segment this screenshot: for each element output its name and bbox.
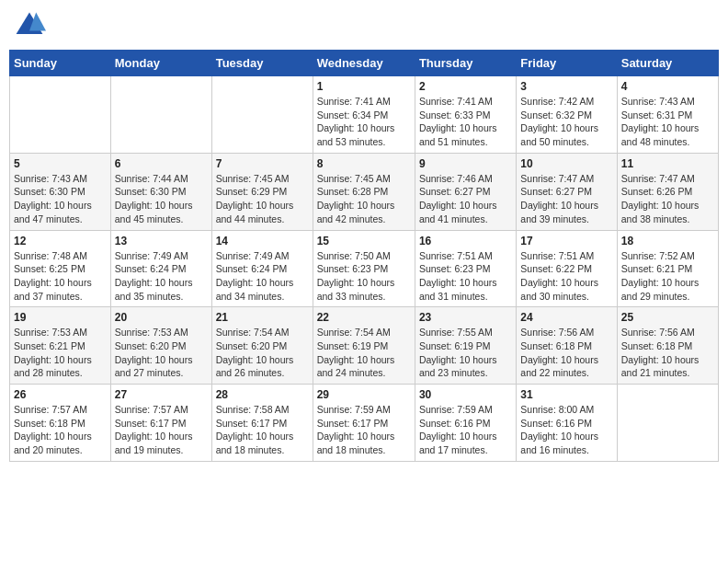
day-number: 21 bbox=[216, 311, 309, 324]
day-info: Sunrise: 7:53 AM Sunset: 6:21 PM Dayligh… bbox=[14, 326, 107, 380]
calendar-cell: 2Sunrise: 7:41 AM Sunset: 6:33 PM Daylig… bbox=[415, 76, 516, 154]
calendar-cell: 22Sunrise: 7:54 AM Sunset: 6:19 PM Dayli… bbox=[313, 307, 415, 385]
day-info: Sunrise: 8:00 AM Sunset: 6:16 PM Dayligh… bbox=[520, 403, 612, 457]
calendar-cell: 18Sunrise: 7:52 AM Sunset: 6:21 PM Dayli… bbox=[617, 230, 718, 307]
calendar-cell bbox=[110, 76, 211, 154]
calendar-cell: 19Sunrise: 7:53 AM Sunset: 6:21 PM Dayli… bbox=[10, 307, 111, 385]
day-number: 5 bbox=[14, 157, 107, 170]
day-info: Sunrise: 7:58 AM Sunset: 6:17 PM Dayligh… bbox=[216, 403, 309, 457]
day-info: Sunrise: 7:59 AM Sunset: 6:16 PM Dayligh… bbox=[419, 403, 512, 457]
logo-icon bbox=[13, 9, 46, 42]
calendar-cell: 3Sunrise: 7:42 AM Sunset: 6:32 PM Daylig… bbox=[517, 76, 617, 154]
day-info: Sunrise: 7:51 AM Sunset: 6:23 PM Dayligh… bbox=[419, 249, 512, 304]
calendar-cell bbox=[617, 385, 718, 462]
day-number: 9 bbox=[419, 157, 512, 170]
day-info: Sunrise: 7:45 AM Sunset: 6:29 PM Dayligh… bbox=[216, 172, 309, 226]
calendar-cell: 13Sunrise: 7:49 AM Sunset: 6:24 PM Dayli… bbox=[110, 230, 211, 307]
day-number: 25 bbox=[621, 311, 714, 324]
calendar-week-row: 19Sunrise: 7:53 AM Sunset: 6:21 PM Dayli… bbox=[10, 307, 719, 385]
day-info: Sunrise: 7:49 AM Sunset: 6:24 PM Dayligh… bbox=[115, 249, 208, 304]
day-number: 16 bbox=[419, 235, 512, 247]
calendar-cell: 6Sunrise: 7:44 AM Sunset: 6:30 PM Daylig… bbox=[110, 153, 211, 230]
day-info: Sunrise: 7:55 AM Sunset: 6:19 PM Dayligh… bbox=[419, 326, 512, 380]
calendar-cell: 12Sunrise: 7:48 AM Sunset: 6:25 PM Dayli… bbox=[10, 230, 111, 307]
day-info: Sunrise: 7:47 AM Sunset: 6:26 PM Dayligh… bbox=[621, 172, 714, 226]
day-info: Sunrise: 7:57 AM Sunset: 6:17 PM Dayligh… bbox=[115, 403, 208, 457]
calendar-cell: 21Sunrise: 7:54 AM Sunset: 6:20 PM Dayli… bbox=[211, 307, 313, 385]
calendar-cell: 27Sunrise: 7:57 AM Sunset: 6:17 PM Dayli… bbox=[110, 385, 211, 462]
calendar-cell: 1Sunrise: 7:41 AM Sunset: 6:34 PM Daylig… bbox=[313, 76, 415, 154]
day-number: 24 bbox=[520, 311, 612, 324]
calendar-cell: 4Sunrise: 7:43 AM Sunset: 6:31 PM Daylig… bbox=[617, 76, 718, 154]
calendar-cell: 7Sunrise: 7:45 AM Sunset: 6:29 PM Daylig… bbox=[211, 153, 313, 230]
calendar-cell: 14Sunrise: 7:49 AM Sunset: 6:24 PM Dayli… bbox=[211, 230, 313, 307]
day-number: 20 bbox=[115, 311, 208, 324]
day-number: 2 bbox=[419, 80, 512, 93]
day-number: 12 bbox=[14, 235, 107, 247]
day-header-sunday: Sunday bbox=[10, 51, 111, 76]
calendar-week-row: 12Sunrise: 7:48 AM Sunset: 6:25 PM Dayli… bbox=[10, 230, 719, 307]
day-number: 4 bbox=[621, 80, 714, 93]
day-number: 1 bbox=[317, 80, 411, 93]
day-number: 31 bbox=[520, 388, 612, 401]
page-header bbox=[9, 9, 719, 42]
day-number: 28 bbox=[216, 388, 309, 401]
day-number: 26 bbox=[14, 388, 107, 401]
day-info: Sunrise: 7:43 AM Sunset: 6:30 PM Dayligh… bbox=[14, 172, 107, 226]
calendar-cell: 10Sunrise: 7:47 AM Sunset: 6:27 PM Dayli… bbox=[517, 153, 617, 230]
calendar-cell: 30Sunrise: 7:59 AM Sunset: 6:16 PM Dayli… bbox=[415, 385, 516, 462]
calendar-week-row: 26Sunrise: 7:57 AM Sunset: 6:18 PM Dayli… bbox=[10, 385, 719, 462]
day-info: Sunrise: 7:54 AM Sunset: 6:19 PM Dayligh… bbox=[317, 326, 411, 380]
day-number: 7 bbox=[216, 157, 309, 170]
calendar-cell: 9Sunrise: 7:46 AM Sunset: 6:27 PM Daylig… bbox=[415, 153, 516, 230]
calendar-cell: 16Sunrise: 7:51 AM Sunset: 6:23 PM Dayli… bbox=[415, 230, 516, 307]
day-info: Sunrise: 7:59 AM Sunset: 6:17 PM Dayligh… bbox=[317, 403, 411, 457]
day-info: Sunrise: 7:50 AM Sunset: 6:23 PM Dayligh… bbox=[317, 249, 411, 304]
day-info: Sunrise: 7:56 AM Sunset: 6:18 PM Dayligh… bbox=[621, 326, 714, 380]
calendar-cell bbox=[211, 76, 313, 154]
day-number: 30 bbox=[419, 388, 512, 401]
day-number: 15 bbox=[317, 235, 411, 247]
calendar-cell: 29Sunrise: 7:59 AM Sunset: 6:17 PM Dayli… bbox=[313, 385, 415, 462]
calendar-cell: 17Sunrise: 7:51 AM Sunset: 6:22 PM Dayli… bbox=[517, 230, 617, 307]
day-number: 3 bbox=[520, 80, 612, 93]
day-info: Sunrise: 7:48 AM Sunset: 6:25 PM Dayligh… bbox=[14, 249, 107, 304]
calendar-cell: 5Sunrise: 7:43 AM Sunset: 6:30 PM Daylig… bbox=[10, 153, 111, 230]
calendar-cell: 8Sunrise: 7:45 AM Sunset: 6:28 PM Daylig… bbox=[313, 153, 415, 230]
calendar-cell: 31Sunrise: 8:00 AM Sunset: 6:16 PM Dayli… bbox=[517, 385, 617, 462]
day-header-friday: Friday bbox=[517, 51, 617, 76]
day-info: Sunrise: 7:41 AM Sunset: 6:33 PM Dayligh… bbox=[419, 95, 512, 149]
logo bbox=[13, 9, 50, 42]
day-header-saturday: Saturday bbox=[617, 51, 718, 76]
calendar-cell: 20Sunrise: 7:53 AM Sunset: 6:20 PM Dayli… bbox=[110, 307, 211, 385]
calendar-cell: 25Sunrise: 7:56 AM Sunset: 6:18 PM Dayli… bbox=[617, 307, 718, 385]
day-info: Sunrise: 7:53 AM Sunset: 6:20 PM Dayligh… bbox=[115, 326, 208, 380]
day-info: Sunrise: 7:57 AM Sunset: 6:18 PM Dayligh… bbox=[14, 403, 107, 457]
day-number: 19 bbox=[14, 311, 107, 324]
day-number: 8 bbox=[317, 157, 411, 170]
day-info: Sunrise: 7:42 AM Sunset: 6:32 PM Dayligh… bbox=[520, 95, 612, 149]
day-info: Sunrise: 7:52 AM Sunset: 6:21 PM Dayligh… bbox=[621, 249, 714, 304]
day-info: Sunrise: 7:56 AM Sunset: 6:18 PM Dayligh… bbox=[520, 326, 612, 380]
day-info: Sunrise: 7:43 AM Sunset: 6:31 PM Dayligh… bbox=[621, 95, 714, 149]
day-header-wednesday: Wednesday bbox=[313, 51, 415, 76]
day-header-tuesday: Tuesday bbox=[211, 51, 313, 76]
day-info: Sunrise: 7:45 AM Sunset: 6:28 PM Dayligh… bbox=[317, 172, 411, 226]
day-info: Sunrise: 7:46 AM Sunset: 6:27 PM Dayligh… bbox=[419, 172, 512, 226]
calendar-cell: 24Sunrise: 7:56 AM Sunset: 6:18 PM Dayli… bbox=[517, 307, 617, 385]
day-header-monday: Monday bbox=[110, 51, 211, 76]
calendar-cell: 28Sunrise: 7:58 AM Sunset: 6:17 PM Dayli… bbox=[211, 385, 313, 462]
calendar-cell: 11Sunrise: 7:47 AM Sunset: 6:26 PM Dayli… bbox=[617, 153, 718, 230]
day-number: 27 bbox=[115, 388, 208, 401]
day-info: Sunrise: 7:49 AM Sunset: 6:24 PM Dayligh… bbox=[216, 249, 309, 304]
calendar-week-row: 5Sunrise: 7:43 AM Sunset: 6:30 PM Daylig… bbox=[10, 153, 719, 230]
calendar-week-row: 1Sunrise: 7:41 AM Sunset: 6:34 PM Daylig… bbox=[10, 76, 719, 154]
day-info: Sunrise: 7:51 AM Sunset: 6:22 PM Dayligh… bbox=[520, 249, 612, 304]
day-number: 17 bbox=[520, 235, 612, 247]
calendar-header-row: SundayMondayTuesdayWednesdayThursdayFrid… bbox=[10, 51, 719, 76]
day-number: 23 bbox=[419, 311, 512, 324]
calendar-cell: 26Sunrise: 7:57 AM Sunset: 6:18 PM Dayli… bbox=[10, 385, 111, 462]
day-info: Sunrise: 7:47 AM Sunset: 6:27 PM Dayligh… bbox=[520, 172, 612, 226]
day-number: 22 bbox=[317, 311, 411, 324]
day-number: 18 bbox=[621, 235, 714, 247]
